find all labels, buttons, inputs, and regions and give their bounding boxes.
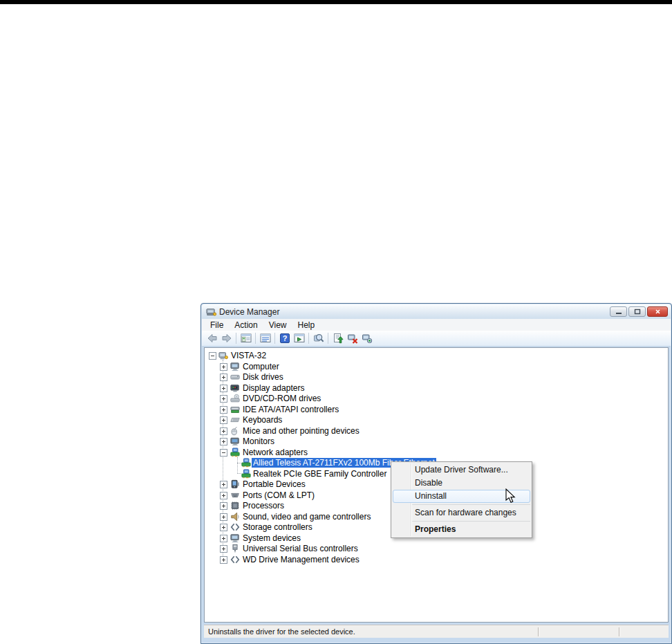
action-pane-icon bbox=[294, 333, 305, 344]
device-manager-icon bbox=[206, 306, 216, 317]
tree-item[interactable]: VISTA-32 bbox=[205, 350, 668, 361]
tree-item-label: DVD/CD-ROM drives bbox=[241, 394, 322, 403]
tree-item-label: Disk drives bbox=[241, 372, 285, 382]
show-console-tree-button[interactable] bbox=[239, 331, 253, 345]
collapse-icon[interactable] bbox=[209, 352, 216, 360]
tree-item[interactable]: Display adapters bbox=[205, 383, 668, 394]
svg-text:?: ? bbox=[282, 334, 287, 342]
window-controls bbox=[610, 306, 668, 317]
expand-icon[interactable] bbox=[220, 427, 227, 435]
tree-item-label: Storage controllers bbox=[241, 522, 314, 532]
tree-item-label: Portable Devices bbox=[241, 479, 307, 489]
expand-icon[interactable] bbox=[220, 513, 227, 521]
monitor-icon bbox=[230, 436, 240, 446]
tree-item[interactable]: DVD/CD-ROM drives bbox=[205, 393, 668, 404]
toolbar-separator bbox=[236, 333, 236, 344]
tree-item[interactable]: Computer bbox=[205, 361, 668, 372]
action-pane-button[interactable] bbox=[292, 331, 306, 345]
tree-item[interactable]: Disk drives bbox=[205, 371, 668, 383]
expand-icon[interactable] bbox=[220, 395, 227, 403]
expand-icon[interactable] bbox=[220, 438, 227, 445]
tree-item-label: Processors bbox=[241, 501, 286, 510]
minimize-icon bbox=[615, 309, 622, 315]
network-adapter-icon bbox=[241, 458, 251, 468]
title-bar[interactable]: Device Manager bbox=[202, 304, 671, 319]
minimize-button[interactable] bbox=[610, 306, 627, 317]
expand-icon[interactable] bbox=[220, 492, 227, 499]
back-button[interactable] bbox=[205, 331, 219, 345]
tree-item-label: Mice and other pointing devices bbox=[241, 426, 361, 436]
tree-item[interactable]: Monitors bbox=[205, 436, 668, 447]
tree-item[interactable]: Network adapters bbox=[205, 447, 668, 458]
search-button[interactable] bbox=[311, 331, 326, 345]
close-icon bbox=[655, 309, 661, 315]
expand-icon[interactable] bbox=[220, 524, 227, 531]
tree-item-label: WD Drive Management devices bbox=[241, 555, 361, 564]
tree-item[interactable]: WD Drive Management devices bbox=[205, 554, 668, 565]
uninstall-icon bbox=[347, 333, 358, 344]
scan-hardware-button[interactable] bbox=[360, 331, 374, 345]
context-menu-item-update-driver-software[interactable]: Update Driver Software... bbox=[391, 463, 532, 477]
status-panel-divider bbox=[619, 627, 619, 636]
tree-item-label: System devices bbox=[241, 533, 302, 543]
menu-action[interactable]: Action bbox=[229, 320, 263, 331]
tree-item-label: Keyboards bbox=[241, 415, 283, 425]
menu-file[interactable]: File bbox=[205, 320, 229, 331]
expand-icon[interactable] bbox=[220, 545, 227, 553]
expand-icon[interactable] bbox=[220, 374, 227, 381]
portable-device-icon bbox=[230, 479, 240, 489]
uninstall-button[interactable] bbox=[345, 331, 360, 345]
tree-item[interactable]: Keyboards bbox=[205, 414, 668, 425]
tree-item[interactable]: Mice and other pointing devices bbox=[205, 425, 668, 436]
close-button[interactable] bbox=[647, 306, 668, 317]
toolbar-separator bbox=[274, 333, 275, 344]
expand-icon[interactable] bbox=[220, 556, 227, 564]
window-title: Device Manager bbox=[219, 307, 279, 317]
context-menu-separator bbox=[412, 504, 530, 505]
context-menu-item-properties[interactable]: Properties bbox=[391, 523, 532, 536]
system-devices-icon bbox=[230, 533, 240, 543]
tree-item[interactable]: IDE ATA/ATAPI controllers bbox=[205, 404, 668, 415]
context-menu-separator bbox=[412, 521, 530, 522]
mouse-icon bbox=[230, 426, 240, 436]
sound-icon bbox=[230, 512, 240, 522]
toolbar: ? bbox=[202, 331, 671, 347]
ports-icon bbox=[230, 490, 240, 500]
list-view-button[interactable] bbox=[258, 331, 272, 345]
mouse-cursor bbox=[505, 488, 516, 504]
computer-icon bbox=[230, 362, 240, 371]
keyboard-icon bbox=[230, 415, 240, 425]
toolbar-separator bbox=[255, 333, 256, 344]
forward-button[interactable] bbox=[219, 331, 234, 345]
page-top-rule bbox=[0, 0, 672, 4]
collapse-icon[interactable] bbox=[220, 449, 227, 457]
update-driver-button[interactable] bbox=[330, 331, 345, 345]
restore-button[interactable] bbox=[628, 306, 646, 317]
menu-view[interactable]: View bbox=[263, 320, 292, 331]
update-driver-icon bbox=[333, 333, 344, 344]
expand-icon[interactable] bbox=[220, 416, 227, 424]
status-text: Uninstalls the driver for the selected d… bbox=[204, 625, 669, 638]
storage-controller-icon bbox=[230, 522, 240, 532]
toolbar-separator bbox=[308, 333, 309, 344]
expand-icon[interactable] bbox=[220, 481, 227, 488]
expand-icon[interactable] bbox=[220, 406, 227, 414]
toolbar-separator bbox=[328, 333, 328, 344]
context-menu-item-scan-for-hardware-changes[interactable]: Scan for hardware changes bbox=[391, 506, 532, 519]
network-adapter-icon bbox=[230, 448, 240, 457]
expand-icon[interactable] bbox=[220, 502, 227, 510]
expand-icon[interactable] bbox=[220, 385, 227, 392]
tree-item[interactable]: Universal Serial Bus controllers bbox=[205, 543, 668, 554]
expand-icon[interactable] bbox=[220, 363, 227, 371]
help-button[interactable]: ? bbox=[277, 331, 292, 345]
network-adapter-icon bbox=[241, 469, 251, 479]
status-panel-divider bbox=[538, 627, 539, 636]
menu-bar: File Action View Help bbox=[202, 319, 671, 331]
menu-help[interactable]: Help bbox=[292, 320, 321, 331]
disk-drive-icon bbox=[230, 372, 240, 382]
tree-item-label: Monitors bbox=[241, 436, 276, 446]
tree-item-label: Realtek PCIe GBE Family Controller bbox=[252, 469, 388, 479]
tree-item-label: Network adapters bbox=[241, 448, 309, 457]
expand-icon[interactable] bbox=[220, 535, 227, 542]
display-adapter-icon bbox=[230, 383, 240, 393]
